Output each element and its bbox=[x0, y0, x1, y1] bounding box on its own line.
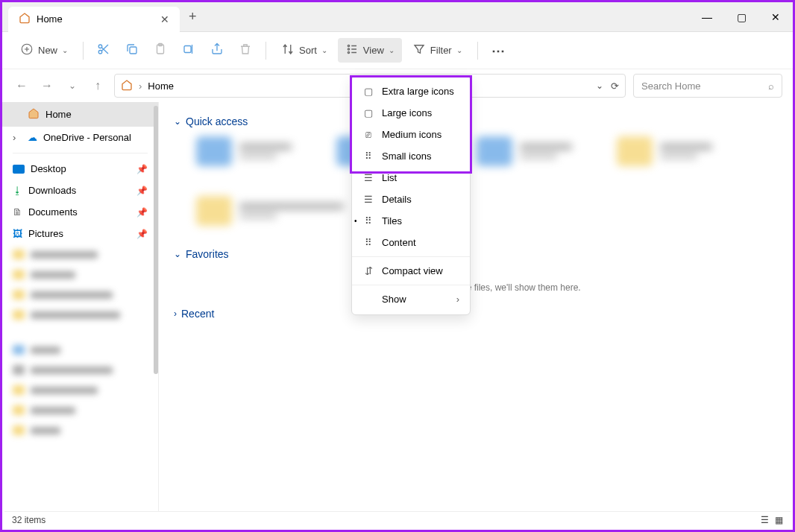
list-icon: ☰ bbox=[362, 172, 374, 183]
menu-item-content[interactable]: ⠿Content bbox=[352, 232, 470, 253]
details-icon: ☰ bbox=[362, 194, 374, 205]
back-button[interactable]: ← bbox=[13, 77, 31, 95]
sidebar-item-documents[interactable]: 🗎 Documents 📌 bbox=[2, 201, 158, 223]
sidebar-item-home[interactable]: Home bbox=[2, 102, 158, 127]
list-item[interactable] bbox=[617, 136, 712, 166]
menu-item-details[interactable]: ☰Details bbox=[352, 189, 470, 210]
sort-icon bbox=[281, 42, 295, 58]
scrollbar[interactable] bbox=[154, 106, 158, 374]
sidebar-item-blurred[interactable] bbox=[2, 285, 158, 305]
delete-button[interactable] bbox=[233, 38, 258, 63]
copy-icon bbox=[125, 42, 139, 58]
details-view-toggle[interactable]: ☰ bbox=[761, 515, 769, 525]
pin-icon: 📌 bbox=[136, 229, 148, 239]
sidebar-item-downloads[interactable]: ⭳ Downloads 📌 bbox=[2, 180, 158, 201]
list-item[interactable] bbox=[196, 136, 292, 166]
chevron-right-icon: › bbox=[13, 132, 22, 143]
sidebar-item-blurred[interactable] bbox=[2, 420, 158, 440]
menu-item-compact-view[interactable]: ⇵Compact view bbox=[352, 260, 470, 282]
minimize-button[interactable]: — bbox=[690, 2, 724, 32]
sidebar-item-label: Documents bbox=[28, 206, 78, 218]
quick-access-header[interactable]: ⌄ Quick access bbox=[174, 115, 778, 127]
tab-close-button[interactable]: ✕ bbox=[160, 13, 169, 25]
paste-button[interactable] bbox=[148, 38, 173, 63]
toolbar: New ⌄ Sort ⌄ View ⌄ Filter ⌄ ⋯ bbox=[2, 32, 793, 69]
sidebar-item-blurred[interactable] bbox=[2, 380, 158, 400]
rename-button[interactable] bbox=[176, 38, 201, 63]
filter-button[interactable]: Filter ⌄ bbox=[405, 38, 470, 63]
menu-item-show[interactable]: Show› bbox=[352, 288, 470, 310]
favorites-header[interactable]: ⌄ Favorites bbox=[174, 248, 778, 260]
cut-button[interactable] bbox=[91, 38, 116, 63]
svg-point-1 bbox=[98, 45, 102, 48]
more-button[interactable]: ⋯ bbox=[486, 38, 511, 63]
menu-item-medium-icons[interactable]: ⎚Medium icons bbox=[352, 124, 470, 145]
pin-icon: 📌 bbox=[136, 207, 148, 218]
recent-header[interactable]: › Recent bbox=[174, 308, 778, 320]
sidebar-item-label: Downloads bbox=[28, 185, 76, 196]
chevron-down-icon: ⌄ bbox=[321, 46, 327, 54]
content-area: ⌄ Quick access ⌄ Favorites After you've … bbox=[159, 102, 793, 512]
favorites-empty-message: After you've pinned some files, we'll sh… bbox=[174, 282, 778, 293]
view-menu: ▢Extra large icons ▢Large icons ⎚Medium … bbox=[351, 75, 471, 315]
maximize-button[interactable]: ▢ bbox=[724, 2, 758, 32]
forward-button[interactable]: → bbox=[38, 77, 56, 95]
sidebar-item-blurred[interactable] bbox=[2, 305, 158, 325]
svg-point-7 bbox=[348, 45, 349, 46]
home-icon bbox=[28, 107, 40, 121]
new-button[interactable]: New ⌄ bbox=[13, 38, 75, 63]
chevron-right-icon: › bbox=[174, 308, 177, 319]
sort-button[interactable]: Sort ⌄ bbox=[274, 38, 335, 63]
new-tab-button[interactable]: + bbox=[189, 9, 197, 25]
sidebar-item-pictures[interactable]: 🖼 Pictures 📌 bbox=[2, 223, 158, 244]
scissors-icon bbox=[97, 42, 110, 58]
chevron-down-icon: ⌄ bbox=[174, 249, 181, 259]
sidebar-item-desktop[interactable]: Desktop 📌 bbox=[2, 158, 158, 180]
sidebar-item-blurred[interactable] bbox=[2, 360, 158, 380]
chevron-down-icon: ⌄ bbox=[389, 46, 395, 54]
pin-icon: 📌 bbox=[136, 164, 148, 174]
up-button[interactable]: ↑ bbox=[89, 77, 107, 95]
sidebar-item-label: Pictures bbox=[28, 228, 63, 239]
svg-rect-3 bbox=[130, 47, 136, 54]
titlebar: Home ✕ + — ▢ ✕ bbox=[2, 2, 793, 32]
menu-item-tiles[interactable]: •⠿Tiles bbox=[352, 210, 470, 232]
list-item[interactable] bbox=[196, 196, 778, 226]
view-button[interactable]: View ⌄ bbox=[338, 38, 402, 63]
copy-button[interactable] bbox=[119, 38, 145, 63]
sidebar-item-blurred[interactable] bbox=[2, 244, 158, 265]
chevron-down-icon[interactable]: ⌄ bbox=[63, 77, 81, 95]
pin-icon: 📌 bbox=[136, 186, 148, 196]
list-item[interactable] bbox=[477, 136, 572, 166]
menu-item-large-icons[interactable]: ▢Large icons bbox=[352, 102, 470, 124]
selected-dot-icon: • bbox=[354, 217, 357, 225]
rename-icon bbox=[182, 42, 195, 58]
thumbnail-view-toggle[interactable]: ▦ bbox=[775, 515, 783, 525]
sidebar-item-blurred[interactable] bbox=[2, 400, 158, 420]
sidebar-item-blurred[interactable] bbox=[2, 265, 158, 285]
search-input[interactable]: Search Home ⌕ bbox=[633, 74, 782, 98]
tiles-icon: ⠿ bbox=[362, 215, 374, 227]
pictures-icon: 🖼 bbox=[13, 228, 22, 239]
close-button[interactable]: ✕ bbox=[758, 2, 793, 32]
sidebar-item-label: Desktop bbox=[31, 163, 66, 174]
sidebar-item-onedrive[interactable]: › ☁ OneDrive - Personal bbox=[2, 127, 158, 148]
chevron-down-icon[interactable]: ⌄ bbox=[596, 80, 603, 91]
home-icon bbox=[19, 12, 31, 27]
item-count: 32 items bbox=[12, 515, 45, 525]
menu-item-list[interactable]: ☰List bbox=[352, 167, 470, 189]
menu-item-extra-large-icons[interactable]: ▢Extra large icons bbox=[352, 80, 470, 102]
refresh-button[interactable]: ⟳ bbox=[611, 80, 619, 92]
svg-rect-6 bbox=[184, 46, 191, 53]
tab-home[interactable]: Home ✕ bbox=[8, 7, 180, 32]
share-button[interactable] bbox=[204, 38, 230, 63]
window-controls: — ▢ ✕ bbox=[690, 2, 793, 32]
desktop-icon bbox=[13, 165, 25, 174]
sidebar-item-label: OneDrive - Personal bbox=[43, 132, 131, 143]
sidebar-item-blurred[interactable] bbox=[2, 340, 158, 360]
chevron-right-icon: › bbox=[456, 294, 459, 305]
content-icon: ⠿ bbox=[362, 237, 374, 248]
compact-icon: ⇵ bbox=[362, 265, 374, 276]
breadcrumb-home[interactable]: Home bbox=[148, 80, 174, 92]
menu-item-small-icons[interactable]: ⠿Small icons bbox=[352, 145, 470, 167]
